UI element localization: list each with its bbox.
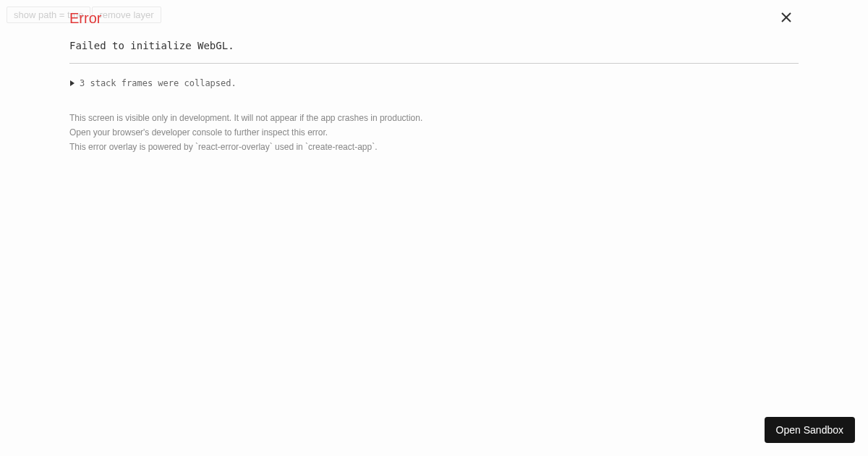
stack-summary-text: 3 stack frames were collapsed. [80, 78, 237, 88]
error-title: Error [69, 10, 799, 27]
footer-line-1: This screen is visible only in developme… [69, 111, 799, 124]
error-message: Failed to initialize WebGL. [69, 40, 799, 51]
error-footer: This screen is visible only in developme… [69, 111, 799, 153]
footer-line-2: Open your browser's developer console to… [69, 126, 799, 139]
svg-marker-2 [70, 80, 75, 86]
close-button[interactable] [779, 10, 793, 25]
divider [69, 63, 799, 64]
stack-frames-toggle[interactable]: 3 stack frames were collapsed. [69, 78, 799, 88]
triangle-right-icon [69, 80, 75, 86]
footer-line-3: This error overlay is powered by `react-… [69, 140, 799, 153]
open-sandbox-button[interactable]: Open Sandbox [765, 417, 855, 443]
close-icon [781, 12, 791, 22]
error-overlay: Error Failed to initialize WebGL. 3 stac… [0, 0, 868, 155]
